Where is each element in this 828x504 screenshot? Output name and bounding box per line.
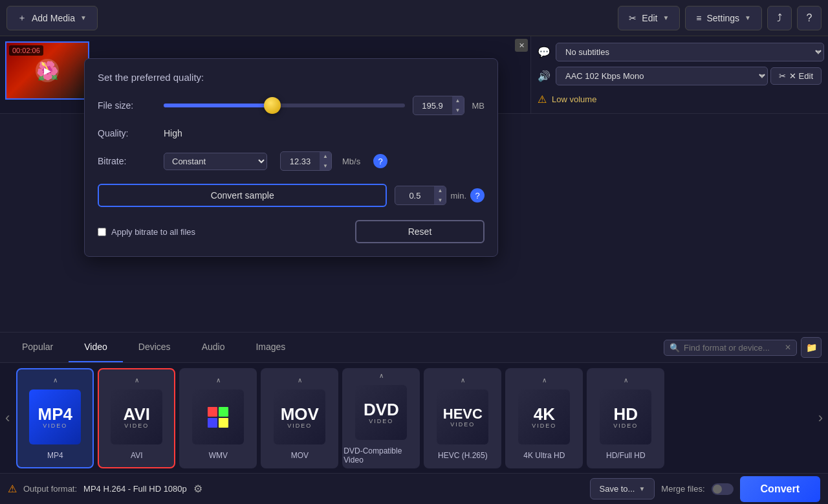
plus-icon: ＋ [17,12,27,24]
sliders-icon: ≡ [696,13,701,23]
media-thumbnail[interactable]: 🌺 00:02:06 ▶ [5,41,89,100]
play-button[interactable]: ▶ [36,59,59,82]
file-size-spinner[interactable]: ▲ ▼ [413,96,464,115]
top-toolbar: ＋ Add Media ▼ ✂ Edit ▼ ≡ Settings ▼ ⤴ ? [0,0,828,36]
save-to-label: Save to... [600,484,635,494]
close-icon: ✕ [519,41,525,50]
format-tabs-bar: Popular Video Devices Audio Images 🔍 ✕ 📁 [0,332,828,363]
tab-audio[interactable]: Audio [186,333,241,362]
avi-label: AVI [131,451,142,460]
avi-chevron: ∧ [135,377,139,384]
reset-button[interactable]: Reset [355,220,485,243]
apply-bitrate-checkbox[interactable] [98,228,106,236]
tab-popular[interactable]: Popular [6,333,69,362]
file-size-down[interactable]: ▼ [452,105,464,115]
question-icon: ? [807,12,812,24]
bitrate-mode-select[interactable]: Constant Variable [164,153,267,170]
audio-icon: 🔊 [538,70,550,82]
hevc-label: HEVC (H.265) [438,451,488,460]
slider-thumb[interactable] [264,97,281,114]
file-size-input[interactable] [413,101,452,111]
wmv-chevron: ∧ [216,377,221,384]
tab-devices[interactable]: Devices [123,333,186,362]
mp4-chevron: ∧ [53,377,58,384]
convert-button[interactable]: Convert [740,476,820,502]
format-item-dvd[interactable]: ∧ DVD VIDEO DVD-Compatible Video [342,368,420,468]
search-clear-icon[interactable]: ✕ [785,343,791,352]
scissors-icon: ✂ [629,13,637,23]
hevc-chevron: ∧ [461,377,465,384]
min-spinner[interactable]: ▲ ▼ [395,186,446,205]
audio-select[interactable]: AAC 102 Kbps Mono [556,67,768,85]
hd-chevron: ∧ [624,377,628,384]
merge-files-label: Merge files: [661,484,704,494]
file-size-unit: MB [472,101,485,111]
settings-button[interactable]: ≡ Settings ▼ [685,6,762,30]
sample-help-icon[interactable]: ? [470,188,485,203]
min-input[interactable] [395,191,434,201]
edit-audio-button[interactable]: ✂ ✕ Edit [770,67,822,85]
hd-label: HD/Full HD [606,451,646,460]
tab-video[interactable]: Video [69,333,123,362]
quality-popup-title: Set the preferred quality: [98,72,485,83]
4k-chevron: ∧ [542,377,547,384]
warning-icon: ⚠ [538,93,547,105]
format-item-hd[interactable]: ∧ HD VIDEO HD/Full HD [587,368,664,468]
format-item-4k[interactable]: ∧ 4K VIDEO 4K Ultra HD [505,368,583,468]
bitrate-down[interactable]: ▼ [320,161,331,171]
output-label: Output format: [23,484,77,494]
folder-icon: 📁 [806,342,817,353]
format-item-hevc[interactable]: ∧ HEVC VIDEO HEVC (H.265) [424,368,501,468]
quality-popup: Set the preferred quality: File size: ▲ … [84,58,498,257]
search-icon: 🔍 [670,343,680,353]
mov-label: MOV [291,451,309,460]
bitrate-help-icon[interactable]: ? [373,154,387,168]
subtitle-select[interactable]: No subtitles [556,43,824,61]
format-search-input[interactable] [684,343,781,353]
quality-value: High [164,128,182,138]
output-format-icon: ⚠ [8,483,17,495]
format-search[interactable]: 🔍 ✕ [664,340,797,356]
format-next-button[interactable]: › [816,410,825,426]
folder-button[interactable]: 📁 [801,337,822,358]
bitrate-input[interactable] [281,157,320,166]
bitrate-unit: Mb/s [342,157,360,166]
add-media-button[interactable]: ＋ Add Media ▼ [6,6,98,30]
media-timestamp: 00:02:06 [9,45,43,56]
share-button[interactable]: ⤴ [767,6,792,30]
settings-chevron: ▼ [745,14,751,21]
help-button[interactable]: ? [797,6,822,30]
save-to-button[interactable]: Save to... ▼ [590,478,655,499]
min-unit: min. [450,191,466,201]
dvd-label: DVD-Compatible Video [343,446,419,465]
apply-bitrate-text: Apply bitrate to all files [111,227,195,237]
dvd-chevron: ∧ [379,372,384,379]
convert-sample-button[interactable]: Convert sample [98,184,387,207]
min-up[interactable]: ▲ [434,186,446,195]
add-media-chevron: ▼ [80,14,87,21]
format-item-mov[interactable]: ∧ MOV VIDEO MOV [261,368,338,468]
4k-label: 4K Ultra HD [523,451,565,460]
file-size-up[interactable]: ▲ [452,96,464,105]
min-down[interactable]: ▼ [434,195,446,205]
warning-text: Low volume [552,94,596,104]
tab-images[interactable]: Images [240,333,301,362]
quality-label: Quality: [98,128,156,138]
format-item-mp4[interactable]: ∧ MP4 VIDEO MP4 [16,368,94,468]
format-item-avi[interactable]: ∧ AVI VIDEO AVI [98,368,175,468]
file-size-slider[interactable] [164,104,405,107]
format-item-wmv[interactable]: ∧ WMV [179,368,257,468]
share-icon: ⤴ [777,12,782,24]
close-media-button[interactable]: ✕ [515,39,528,52]
play-icon: ▶ [44,65,51,76]
merge-toggle[interactable] [712,483,734,495]
edit-button[interactable]: ✂ Edit ▼ [618,6,680,30]
apply-bitrate-checkbox-label[interactable]: Apply bitrate to all files [98,227,195,237]
bitrate-spinner[interactable]: ▲ ▼ [280,151,332,171]
toggle-knob [713,485,722,494]
gear-icon[interactable]: ⚙ [193,483,202,495]
bottom-bar: ⚠ Output format: MP4 H.264 - Full HD 108… [0,473,828,504]
bitrate-up[interactable]: ▲ [320,151,331,161]
file-size-label: File size: [98,100,156,111]
format-prev-button[interactable]: ‹ [3,410,12,426]
